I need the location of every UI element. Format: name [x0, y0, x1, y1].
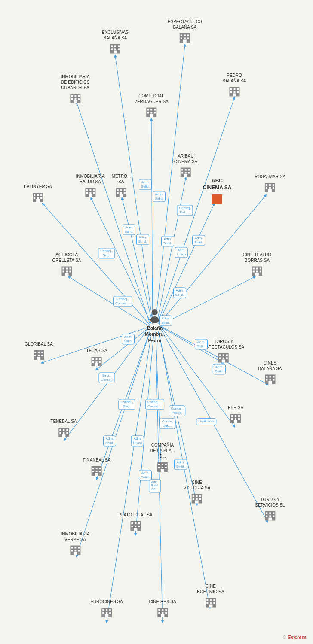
svg-rect-251 — [210, 602, 212, 604]
svg-rect-205 — [195, 501, 199, 504]
badge-adm-solid-7[interactable]: Adm.Solid. — [173, 287, 186, 298]
badge-adm-solid-11[interactable]: Adm.Solid. — [213, 364, 226, 374]
node-toros-espectaculos[interactable]: TOROS YESPECTACULOS SA — [203, 339, 245, 366]
svg-rect-157 — [222, 360, 225, 363]
svg-rect-156 — [226, 358, 228, 359]
svg-rect-48 — [74, 95, 76, 97]
svg-rect-167 — [231, 415, 233, 417]
node-toros-servicios[interactable]: TOROS YSERVICIOS SL — [255, 497, 285, 524]
center-person-node[interactable]: Balaña Mombru, Pedro — [145, 308, 165, 345]
node-finanbal[interactable]: FINANBAL SA — [83, 457, 111, 479]
badge-secr-consej-1[interactable]: Secr.,Consej. — [98, 372, 114, 383]
badge-adm-solid-5[interactable]: Adm.Solid. — [161, 236, 174, 246]
svg-rect-37 — [114, 51, 117, 54]
svg-rect-201 — [199, 495, 201, 497]
node-rosalmar[interactable]: ROSALMAR SA — [255, 174, 285, 195]
node-cine-rex[interactable]: CINE REX SA — [149, 599, 176, 620]
svg-rect-124 — [69, 271, 71, 273]
building-icon-compania-plata — [156, 460, 169, 473]
building-icon-toros-espectaculos — [217, 351, 230, 364]
svg-rect-55 — [147, 109, 149, 111]
node-plato-ideal[interactable]: PLATO IDEAL SA — [118, 512, 152, 534]
building-icon-aribau — [179, 166, 192, 179]
badge-adm-unico-1[interactable]: Adm.Unico — [175, 247, 188, 258]
node-inmobiliaria-balur[interactable]: INMOBILIARIABALUR SA — [76, 173, 104, 200]
svg-rect-235 — [106, 612, 107, 614]
badge-consej-presid-1[interactable]: Consej.,Presid. — [169, 405, 185, 416]
node-comercial-verdaguer[interactable]: COMERCIALVERDAGUER SA — [134, 93, 168, 120]
svg-rect-249 — [213, 599, 215, 601]
svg-rect-211 — [269, 516, 271, 517]
badge-consej-consej-2[interactable]: Consej....Consej.... — [145, 399, 164, 410]
svg-rect-41 — [187, 35, 189, 36]
node-inmobiliaria-edificios[interactable]: INMOBILIARIADE EDIFICIOSURBANOS SA — [61, 74, 89, 106]
badge-adm-solid-6[interactable]: Adm.Solid. — [192, 235, 205, 246]
node-eurocines[interactable]: EUROCINES SA — [90, 599, 123, 620]
badge-adm-solid-10[interactable]: Adm.Solid. — [195, 339, 208, 349]
node-inmobiliaria-verpe[interactable]: INMOBILIARIAVERPE SA — [61, 531, 89, 558]
node-aribau-cinema[interactable]: ARIBAUCINEMA SA — [174, 153, 197, 180]
svg-rect-34 — [111, 49, 113, 50]
node-gloribal[interactable]: GLORIBAL SA — [25, 341, 53, 363]
node-pedro-balana[interactable]: PEDROBALAÑA SA — [222, 73, 246, 100]
badge-liquidador-1[interactable]: Liquidador — [196, 418, 216, 425]
badge-adm-solid-13[interactable]: Adm.Solid. — [174, 459, 187, 470]
node-cine-teatro-borras[interactable]: CINE TEATROBORRAS SA — [243, 252, 271, 279]
svg-rect-106 — [117, 192, 119, 194]
svg-rect-135 — [34, 352, 36, 353]
badge-adm-solid-4[interactable]: Adm.Solid. — [136, 234, 149, 245]
svg-rect-162 — [266, 379, 267, 381]
badge-adm-solid-3[interactable]: Adm.Solid. — [123, 224, 135, 235]
node-abc-cinema[interactable]: ABCCINEMA SA — [203, 178, 232, 207]
badge-consej-secr-1[interactable]: Consej.,Secr. — [98, 248, 115, 258]
svg-rect-109 — [120, 194, 123, 197]
building-icon-abc-cinema — [211, 192, 224, 205]
badge-adm-solid-8[interactable]: Adm.Solid. — [159, 315, 172, 326]
building-icon-pbe — [229, 412, 242, 425]
svg-rect-115 — [37, 197, 39, 199]
node-agricola-orelleta[interactable]: AGRICOLAORELLETA SA — [52, 252, 81, 279]
svg-rect-189 — [95, 473, 98, 476]
svg-rect-225 — [78, 547, 80, 549]
svg-rect-76 — [188, 172, 190, 174]
badge-adm-solid-12[interactable]: Adm.Solid. — [103, 435, 116, 446]
badge-consej-secr-2[interactable]: Consej.,Secr. — [118, 399, 135, 410]
svg-rect-50 — [71, 98, 73, 100]
svg-rect-195 — [162, 467, 163, 468]
svg-rect-231 — [102, 609, 104, 611]
svg-rect-63 — [230, 88, 232, 90]
node-exclusivas[interactable]: EXCLUSIVASBALAÑA SA — [102, 30, 129, 57]
svg-rect-43 — [184, 38, 186, 39]
badge-consej-del-1[interactable]: Consej.Del.,... — [177, 205, 193, 216]
svg-rect-184 — [96, 468, 98, 469]
node-tenebal[interactable]: TENEBAL SA — [50, 419, 77, 440]
badge-consej-del-2[interactable]: Consej.Del.,... — [160, 418, 175, 429]
node-cine-victoria[interactable]: CINEVICTORIA SA — [184, 480, 211, 507]
badge-adm-unico-2[interactable]: Adm.Unico — [131, 435, 144, 446]
building-icon-tenebal — [57, 425, 70, 438]
node-espectaculos-balana[interactable]: ESPECTACULOSBALAÑA SA — [168, 19, 202, 46]
badge-adm-solid-1[interactable]: Adm.Solid. — [139, 179, 152, 190]
node-tebas[interactable]: TEBAS SA — [86, 348, 107, 369]
badge-adm-solid-2[interactable]: Adm.Solid. — [153, 191, 166, 202]
building-icon-comercial — [145, 106, 158, 118]
svg-rect-132 — [260, 271, 261, 273]
node-balinyer[interactable]: BALINYER SA — [24, 184, 52, 205]
node-cines-balana[interactable]: CINESBALAÑA SA — [258, 360, 282, 387]
svg-rect-67 — [233, 91, 235, 93]
node-exclusivas-label: EXCLUSIVASBALAÑA SA — [102, 30, 129, 41]
svg-rect-53 — [74, 100, 77, 103]
svg-line-4 — [158, 98, 234, 322]
building-icon-inmobiliaria-balur — [84, 186, 97, 199]
node-cine-bohemio[interactable]: CINEBOHEMIO SA — [197, 583, 224, 611]
svg-rect-68 — [237, 91, 239, 93]
node-compania-plata[interactable]: COMPAÑÍADE LA PLA...D... — [150, 442, 175, 475]
svg-rect-92 — [273, 187, 274, 189]
node-metro[interactable]: METRO...SA — [112, 173, 131, 200]
node-pbe[interactable]: PBE SA — [228, 405, 243, 426]
svg-rect-240 — [162, 609, 163, 611]
badge-adm-solid-9[interactable]: Adm.Solid. — [122, 334, 135, 344]
badge-consej-consej-1[interactable]: Consej.,Consej.... — [113, 296, 132, 307]
svg-rect-51 — [74, 98, 76, 100]
badge-adm-solid-de[interactable]: Adm.Solid.DE... — [149, 479, 161, 492]
